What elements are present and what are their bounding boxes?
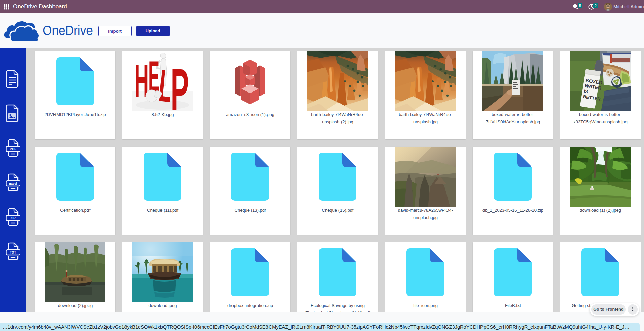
svg-text:ZIP: ZIP — [10, 216, 16, 220]
svg-text:TXT: TXT — [10, 251, 16, 254]
svg-text:PDF: PDF — [10, 147, 16, 151]
svg-text:Excel: Excel — [9, 182, 17, 185]
svg-text:P: P — [171, 57, 189, 111]
